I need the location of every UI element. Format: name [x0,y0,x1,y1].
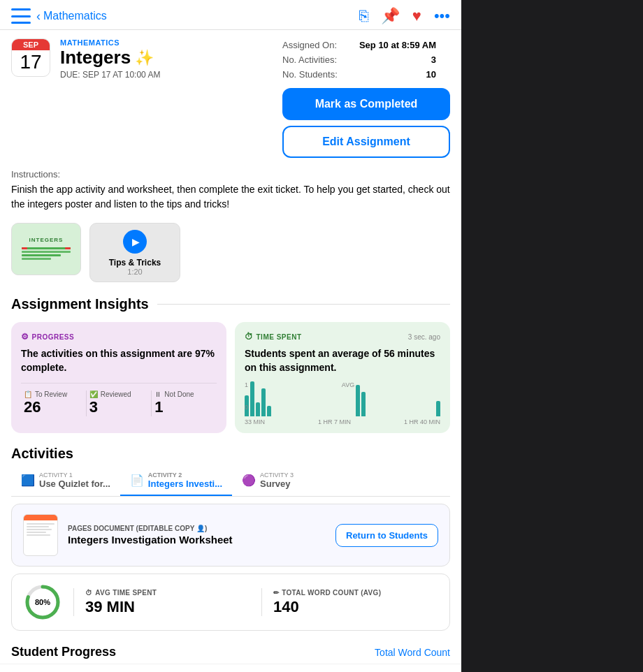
pin-icon[interactable]: 📌 [381,7,400,25]
reviewed-value: 3 [89,398,145,416]
progress-icon: ⚙ [21,332,29,342]
progress-ring: 80% [23,583,62,622]
activities-section-header: Activities [0,446,461,462]
activity-3-main: Survey [260,479,290,489]
assignment-info: MATHEMATICS Integers ✨ DUE: SEP 17 AT 10… [60,38,282,80]
video-label: Tips & Tricks [109,258,161,268]
time-text: Students spent an average of 56 minutes … [245,347,440,374]
header-icons: ⎘ 📌 ♥ ••• [359,7,450,25]
poster-lines [22,246,71,261]
reviewed-icon: ✅ [89,390,98,398]
to-review-stat: 📋 To Review 26 [21,390,87,416]
student-row: JB Jason Bettinger 🔵 READY FOR REVIEW 13… [0,664,461,672]
header: ‹ Mathematics ⎘ 📌 ♥ ••• [0,0,461,30]
assigned-on-row: Assigned On: Sep 10 at 8:59 AM [282,40,436,50]
instructions: Instructions: Finish the app activity an… [0,158,461,217]
sparkle-icon: ✨ [135,49,154,67]
time-tag: ⏱ TIME SPENT [245,332,302,342]
activity-tab-1[interactable]: 🟦 ACTIVITY 1 Use Quizlet for... [11,465,120,496]
edit-small-icon: ✏ [273,589,279,597]
avg-time-value: 39 MIN [85,598,250,616]
poster-tile[interactable]: INTEGERS [11,223,81,275]
progress-stats: 📋 To Review 26 ✅ Reviewed 3 ⏸ Not Done 1 [21,383,217,416]
reviewed-stat: ✅ Reviewed 3 [87,390,152,416]
more-icon[interactable]: ••• [434,7,450,25]
instructions-text: Finish the app activity and worksheet, t… [11,182,450,212]
doc-title: Integers Investigation Worksheet [68,534,326,546]
not-done-value: 1 [154,398,210,416]
return-to-students-button[interactable]: Return to Students [335,524,438,547]
copy-icon[interactable]: ⎘ [359,7,368,25]
back-label[interactable]: Mathematics [43,10,107,22]
stats-bar: 80% ⏱ AVG TIME SPENT 39 MIN ✏ TOTAL WORD… [11,574,450,631]
clock-icon: ⏱ [245,332,254,342]
activity-1-sub: ACTIVITY 1 [39,472,110,479]
progress-pct-label: 80% [35,598,50,606]
avg-time-label: ⏱ AVG TIME SPENT [85,589,250,597]
time-subtitle: 3 sec. ago [408,333,440,341]
activity-tab-3[interactable]: 🟣 ACTIVITY 3 Survey [232,465,303,496]
subject-label: MATHEMATICS [60,38,282,47]
activity-2-main: Integers Investi... [148,479,222,489]
insights-section-header: Assignment Insights [0,296,461,312]
play-icon: ▶ [123,230,147,254]
time-card: ⏱ TIME SPENT 3 sec. ago Students spent a… [235,322,450,433]
activities-row: No. Activities: 3 [282,54,436,65]
progress-tag: ⚙ PROGRESS [21,332,217,342]
right-panel [461,0,643,672]
chart-y-labels: 1 [245,381,440,388]
activities-tabs: 🟦 ACTIVITY 1 Use Quizlet for... 📄 ACTIVI… [11,465,450,497]
to-review-value: 26 [24,398,79,416]
back-nav[interactable]: ‹ Mathematics [36,9,107,24]
activity-3-sub: ACTIVITY 3 [260,472,294,479]
activity-tab-2[interactable]: 📄 ACTIVITY 2 Integers Investi... [120,465,232,496]
doc-thumbnail [23,514,58,556]
instructions-label: Instructions: [11,169,450,180]
due-date: DUE: SEP 17 AT 10:00 AM [60,70,282,80]
cal-month: SEP [12,39,50,50]
back-chevron-icon: ‹ [36,9,41,24]
time-chart: AVG 33 MIN 1 HR 7 MIN 1 HR 40 MIN 1 0 [245,381,440,423]
insights-title: Assignment Insights [11,296,149,312]
chart-bar [261,388,266,416]
doc-info: PAGES DOCUMENT (EDITABLE COPY 👤) Integer… [68,525,326,546]
progress-text: The activities on this assignment are 97… [21,347,217,374]
activity-1-main: Use Quizlet for... [39,479,110,489]
not-done-icon: ⏸ [154,390,161,398]
student-progress-title: Student Progress [11,645,116,659]
edit-assignment-button[interactable]: Edit Assignment [282,126,450,158]
activity-1-icon: 🟦 [21,474,35,487]
activity-2-sub: ACTIVITY 2 [148,472,222,479]
word-count-label: ✏ TOTAL WORD COUNT (AVG) [273,589,438,597]
insights-grid: ⚙ PROGRESS The activities on this assign… [0,315,461,440]
video-tile[interactable]: ▶ Tips & Tricks 1:20 [89,223,180,282]
cal-day: 17 [12,50,50,76]
activities-section: 🟦 ACTIVITY 1 Use Quizlet for... 📄 ACTIVI… [0,465,461,631]
calendar-badge: SEP 17 [11,38,50,77]
avg-time-block: ⏱ AVG TIME SPENT 39 MIN [85,589,250,616]
not-done-stat: ⏸ Not Done 1 [152,390,217,416]
total-word-count-link[interactable]: Total Word Count [375,647,450,658]
poster-title: INTEGERS [29,237,64,243]
chart-bar [356,385,360,416]
assignment-title: Integers ✨ [60,47,282,68]
doc-type: PAGES DOCUMENT (EDITABLE COPY 👤) [68,525,326,532]
chart-y-bottom: 0 [245,404,440,411]
word-count-value: 140 [273,598,438,616]
chart-x-labels: 33 MIN 1 HR 7 MIN 1 HR 40 MIN [245,418,440,425]
video-duration: 1:20 [127,268,142,276]
sidebar-toggle[interactable] [11,8,31,24]
to-review-icon: 📋 [24,390,32,398]
clock-small-icon: ⏱ [85,589,92,597]
document-card: PAGES DOCUMENT (EDITABLE COPY 👤) Integer… [11,504,450,567]
media-tiles: INTEGERS ▶ Tips & Tricks 1:20 [0,217,461,293]
activities-title: Activities [11,446,73,462]
activity-2-icon: 📄 [130,474,144,487]
student-progress-header: Student Progress Total Word Count [0,638,461,664]
heart-icon[interactable]: ♥ [412,7,421,25]
progress-card: ⚙ PROGRESS The activities on this assign… [11,322,226,433]
activity-3-icon: 🟣 [242,474,256,487]
assignment-meta: Assigned On: Sep 10 at 8:59 AM No. Activ… [282,38,450,80]
students-row: No. Students: 10 [282,69,436,80]
mark-completed-button[interactable]: Mark as Completed [282,88,450,120]
